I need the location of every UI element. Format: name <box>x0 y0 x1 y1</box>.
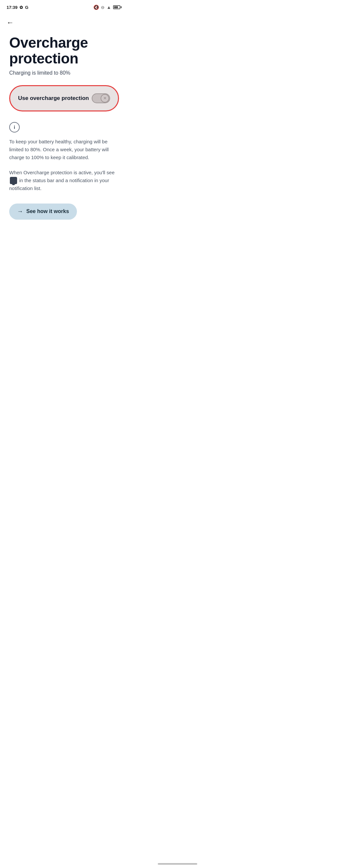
info-paragraph-1: To keep your battery healthy, charging w… <box>9 138 119 161</box>
toggle-off-icon: ✕ <box>103 96 106 101</box>
info-section: i To keep your battery healthy, charging… <box>9 122 119 192</box>
pinwheel-icon: ✿ <box>20 5 23 10</box>
page-subtitle: Charging is limited to 80% <box>9 70 119 76</box>
status-time-area: 17:39 ✿ G <box>7 5 28 10</box>
overcharge-toggle-switch[interactable]: ✕ <box>92 93 110 103</box>
info-icon: i <box>9 122 20 132</box>
battery-icon <box>113 5 122 9</box>
minus-circle-icon: ⊖ <box>101 5 104 10</box>
status-icons: 🔇 ⊖ ▲ <box>93 5 122 10</box>
mute-icon: 🔇 <box>93 5 99 10</box>
toggle-thumb: ✕ <box>101 94 109 102</box>
overcharge-toggle-card[interactable]: Use overcharge protection ✕ <box>9 85 119 112</box>
main-content: Overcharge protection Charging is limite… <box>0 30 128 226</box>
battery-status-icon <box>10 177 17 184</box>
back-button-area[interactable]: ← <box>0 13 128 30</box>
status-bar: 17:39 ✿ G 🔇 ⊖ ▲ <box>0 0 128 13</box>
info-paragraph-2: When Overcharge protection is active, yo… <box>9 169 119 192</box>
toggle-label: Use overcharge protection <box>18 95 89 102</box>
status-time: 17:39 <box>7 5 18 10</box>
see-how-button[interactable]: → See how it works <box>9 204 77 220</box>
see-how-label: See how it works <box>26 209 69 214</box>
wifi-icon: ▲ <box>106 5 111 10</box>
google-icon: G <box>25 5 28 10</box>
back-arrow-icon[interactable]: ← <box>7 19 14 27</box>
see-how-arrow-icon: → <box>17 208 23 215</box>
page-title: Overcharge protection <box>9 35 119 67</box>
